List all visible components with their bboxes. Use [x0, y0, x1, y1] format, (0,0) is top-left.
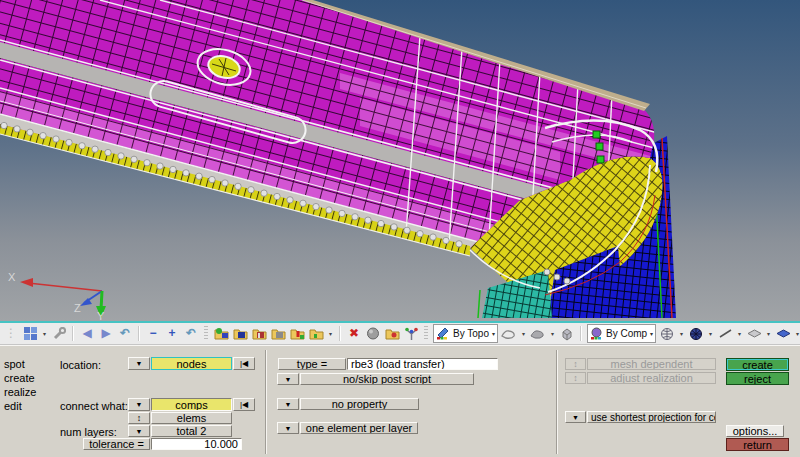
adjust-realization-toggle[interactable]: ↕ — [565, 372, 586, 384]
property-button[interactable]: no property — [300, 398, 419, 410]
type-input[interactable]: rbe3 (load transfer) — [347, 358, 498, 370]
connect-what-reset-button[interactable]: |◀ — [233, 398, 255, 411]
color-mode-comp-combo[interactable]: By Comp ▾ — [587, 324, 656, 343]
wireframe-mesh-icon[interactable] — [659, 325, 675, 342]
type-button[interactable]: type = — [278, 358, 346, 370]
elems-button[interactable]: elems — [151, 412, 232, 424]
connect-entity-spinner[interactable]: ↕ — [128, 412, 150, 424]
hypermesh-window: X Z Y ⋮ ▾ ◀ ▶ ↶ − + ↶ ▾ ✖ By Topo — [0, 0, 800, 457]
solver-deck-icon[interactable] — [308, 325, 324, 342]
files-caret-icon[interactable]: ▾ — [327, 330, 334, 337]
element-2d-outline-caret-icon[interactable]: ▾ — [765, 330, 772, 337]
adjust-realization-button[interactable]: adjust realization — [587, 372, 716, 384]
feature-line-icon[interactable] — [717, 325, 733, 342]
zoom-out-icon[interactable]: − — [145, 325, 161, 342]
connect-what-collector[interactable]: comps — [151, 398, 232, 411]
num-layers-switch-button[interactable]: ▼ — [128, 425, 150, 437]
wireframe-mesh-caret-icon[interactable]: ▾ — [678, 330, 685, 337]
subpanel-realize[interactable]: realize — [4, 386, 36, 398]
redo-icon[interactable]: ↶ — [183, 325, 199, 342]
post-script-switch-button[interactable]: ▼ — [277, 373, 299, 385]
overflow-handle-icon[interactable]: ⋮ — [3, 325, 19, 342]
assembly-tree-icon[interactable] — [403, 325, 419, 342]
mask-sphere-icon[interactable] — [365, 325, 381, 342]
color-mode-topo-combo[interactable]: By Topo ▾ — [433, 324, 498, 343]
reject-button[interactable]: reject — [726, 372, 789, 385]
undo-icon[interactable]: ↶ — [117, 325, 133, 342]
shaded-mesh-caret-icon[interactable]: ▾ — [707, 330, 714, 337]
mesh-dependent-button[interactable]: mesh dependent — [587, 358, 716, 370]
location-collector[interactable]: nodes — [151, 357, 232, 370]
forward-icon[interactable]: ▶ — [98, 325, 114, 342]
element-2d-shaded-caret-icon[interactable]: ▾ — [794, 330, 800, 337]
graphics-area[interactable]: X Z Y — [0, 0, 800, 321]
shaded-geom-icon[interactable] — [530, 325, 546, 342]
subpanel-create[interactable]: create — [4, 372, 35, 384]
shaded-geom-caret-icon[interactable]: ▾ — [549, 330, 556, 337]
delete-icon[interactable]: ✖ — [346, 325, 362, 342]
organize-icon[interactable] — [213, 325, 229, 342]
mesh-dependent-toggle[interactable]: ↕ — [565, 358, 586, 370]
wireframe-geom-caret-icon[interactable]: ▾ — [520, 330, 527, 337]
num-layers-label: num layers: — [60, 426, 117, 438]
zoom-in-icon[interactable]: + — [164, 325, 180, 342]
projection-button[interactable]: use shortest projection for ce — [587, 411, 716, 423]
return-button[interactable]: return — [726, 438, 789, 451]
load-model-icon[interactable] — [251, 325, 267, 342]
by-topo-caret-icon[interactable]: ▾ — [492, 330, 495, 337]
tolerance-input[interactable]: 10.000 — [151, 438, 242, 450]
window-layout-caret-icon[interactable]: ▾ — [41, 330, 48, 337]
feature-line-caret-icon[interactable]: ▾ — [736, 330, 743, 337]
connect-what-label: connect what: — [60, 400, 128, 412]
location-reset-button[interactable]: |◀ — [233, 357, 255, 370]
property-switch-button[interactable]: ▼ — [277, 398, 299, 410]
main-toolbar: ⋮ ▾ ◀ ▶ ↶ − + ↶ ▾ ✖ By Topo ▾ ▾ ▾ — [0, 321, 800, 345]
comp-color-icon — [590, 327, 603, 340]
element-2d-outline-icon[interactable] — [746, 325, 762, 342]
post-script-button[interactable]: no/skip post script — [300, 373, 474, 385]
by-comp-caret-icon[interactable]: ▾ — [650, 330, 653, 337]
subpanel-edit[interactable]: edit — [4, 400, 22, 412]
location-label: location: — [60, 359, 101, 371]
projection-switch-button[interactable]: ▼ — [565, 411, 586, 423]
by-comp-label: By Comp — [606, 328, 647, 339]
element-2d-shaded-icon[interactable] — [775, 325, 791, 342]
collectors-icon[interactable] — [232, 325, 248, 342]
axis-y-label: Y — [97, 310, 105, 321]
export-icon[interactable] — [289, 325, 305, 342]
shaded-mesh-icon[interactable] — [688, 325, 704, 342]
organize-folder-icon[interactable] — [384, 325, 400, 342]
by-topo-label: By Topo — [453, 328, 489, 339]
subpanel-spot[interactable]: spot — [4, 358, 25, 370]
axis-z-label: Z — [74, 302, 81, 314]
solid-cube-icon[interactable] — [559, 325, 575, 342]
create-button[interactable]: create — [726, 358, 789, 371]
import-icon[interactable] — [270, 325, 286, 342]
window-layout-icon[interactable] — [22, 325, 38, 342]
spot-panel: spot create realize edit location: ▼ nod… — [0, 345, 800, 457]
num-layers-button[interactable]: total 2 — [151, 425, 232, 437]
location-switch-button[interactable]: ▼ — [128, 357, 150, 370]
back-icon[interactable]: ◀ — [79, 325, 95, 342]
topo-color-icon — [436, 327, 450, 340]
per-layer-button[interactable]: one element per layer — [300, 422, 418, 434]
wireframe-geom-icon[interactable] — [501, 325, 517, 342]
options-button[interactable]: options... — [726, 425, 784, 437]
tolerance-button[interactable]: tolerance = — [83, 438, 150, 450]
wrench-icon[interactable] — [51, 325, 67, 342]
axis-x-label: X — [8, 271, 16, 283]
connect-what-switch-button[interactable]: ▼ — [128, 398, 150, 411]
per-layer-switch-button[interactable]: ▼ — [277, 422, 299, 434]
